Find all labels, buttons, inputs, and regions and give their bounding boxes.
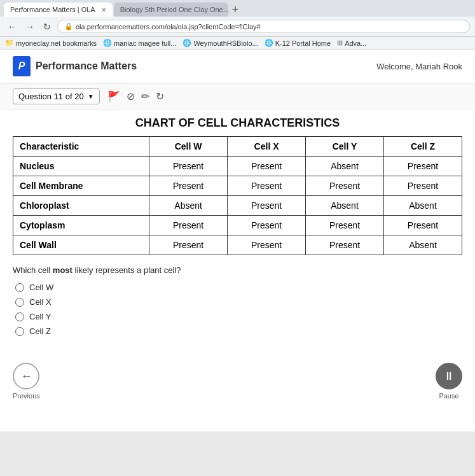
- active-tab[interactable]: Performance Matters | OLA ✕: [4, 3, 113, 17]
- value-cell: Present: [383, 216, 462, 235]
- table-header-row: Characteristic Cell W Cell X Cell Y Cell…: [13, 137, 462, 157]
- bookmark-label-4: K-12 Portal Home: [275, 39, 331, 47]
- bookmark-3[interactable]: 🌐 WeymouthHSBiolo...: [182, 39, 258, 47]
- tab-close-icon[interactable]: ✕: [101, 6, 106, 13]
- globe-icon-3: 🌐: [265, 39, 273, 47]
- value-cell: Absent: [306, 196, 384, 216]
- flag-icon[interactable]: 🚩: [107, 90, 120, 102]
- radio-button-c[interactable]: [15, 312, 24, 321]
- bookmark-5[interactable]: ⊞ Adva...: [337, 39, 366, 47]
- question-text: Which cell most likely represents a plan…: [13, 265, 462, 275]
- edit-icon[interactable]: ✏: [141, 90, 149, 102]
- question-bar: Question 11 of 20 ▼ 🚩 ⊘ ✏ ↻: [0, 83, 475, 110]
- value-cell: Present: [228, 216, 306, 235]
- refresh-icon[interactable]: ↻: [156, 90, 164, 102]
- app-header: P Performance Matters Welcome, Mariah Ro…: [0, 50, 475, 83]
- radio-button-d[interactable]: [15, 327, 24, 336]
- value-cell: Absent: [306, 157, 384, 176]
- welcome-message: Welcome, Mariah Rook: [376, 62, 462, 71]
- choice-label-d: Cell Z: [29, 326, 51, 336]
- bookmark-1[interactable]: 📁 myoneclay.net bookmarks: [5, 39, 97, 47]
- brand: P Performance Matters: [13, 56, 137, 76]
- nav-bar: ← → ↻ 🔒 ola.performancematters.com/ola/o…: [0, 17, 475, 37]
- value-cell: Present: [149, 157, 228, 176]
- value-cell: Present: [306, 216, 384, 235]
- reload-button[interactable]: ↻: [41, 20, 53, 33]
- globe-icon-1: 🌐: [103, 39, 112, 47]
- col-header-cell-w: Cell W: [149, 137, 228, 157]
- address-bar[interactable]: 🔒 ola.performancematters.com/ola/ola.jsp…: [57, 20, 470, 33]
- table-row: Cell MembranePresentPresentPresentPresen…: [13, 176, 462, 196]
- choice-label-b: Cell X: [29, 297, 52, 307]
- bookmark-2[interactable]: 🌐 maniac magee full...: [103, 39, 176, 47]
- value-cell: Present: [306, 235, 384, 255]
- characteristic-cell: Cell Membrane: [13, 176, 149, 196]
- bookmark-label-3: WeymouthHSBiolo...: [193, 39, 258, 47]
- value-cell: Present: [228, 157, 306, 176]
- answer-choice-a[interactable]: Cell W: [15, 283, 462, 292]
- forward-button[interactable]: →: [23, 20, 37, 33]
- value-cell: Present: [383, 176, 462, 196]
- previous-label: Previous: [13, 392, 40, 400]
- value-cell: Present: [149, 176, 228, 196]
- cancel-icon[interactable]: ⊘: [127, 90, 135, 102]
- page-content: P Performance Matters Welcome, Mariah Ro…: [0, 50, 475, 431]
- answer-choice-c[interactable]: Cell Y: [15, 312, 462, 321]
- previous-button[interactable]: ← Previous: [13, 363, 40, 400]
- question-text-bold: most: [53, 265, 72, 275]
- value-cell: Absent: [149, 196, 228, 216]
- choice-label-a: Cell W: [29, 283, 53, 292]
- grid-icon: ⊞: [337, 39, 343, 47]
- question-text-after: likely represents a plant cell?: [72, 265, 181, 275]
- value-cell: Present: [383, 157, 462, 176]
- value-cell: Present: [228, 196, 306, 216]
- browser-chrome: Performance Matters | OLA ✕ Biology 5th …: [0, 0, 475, 50]
- value-cell: Present: [306, 176, 384, 196]
- logo-letter: P: [18, 60, 25, 72]
- previous-circle: ←: [13, 363, 39, 389]
- characteristics-table: Characteristic Cell W Cell X Cell Y Cell…: [13, 136, 462, 255]
- tab-label-2: Biology 5th Period One Clay One...: [120, 6, 228, 13]
- folder-icon: 📁: [5, 39, 14, 47]
- brand-name: Performance Matters: [36, 60, 137, 72]
- bookmark-4[interactable]: 🌐 K-12 Portal Home: [265, 39, 331, 47]
- col-header-cell-x: Cell X: [228, 137, 306, 157]
- value-cell: Present: [228, 176, 306, 196]
- tab-label: Performance Matters | OLA: [10, 6, 95, 13]
- pause-button[interactable]: ⏸ Pause: [436, 363, 462, 400]
- question-selector[interactable]: Question 11 of 20 ▼: [13, 88, 100, 104]
- lock-icon: 🔒: [64, 22, 73, 31]
- bookmark-label-2: maniac magee full...: [114, 39, 176, 47]
- globe-icon-2: 🌐: [182, 39, 191, 47]
- toolbar-icons: 🚩 ⊘ ✏ ↻: [107, 90, 164, 102]
- tab-bar: Performance Matters | OLA ✕ Biology 5th …: [0, 0, 475, 17]
- characteristic-cell: Nucleus: [13, 157, 149, 176]
- question-number: Question 11 of 20: [18, 92, 84, 101]
- inactive-tab[interactable]: Biology 5th Period One Clay One... ✕: [114, 3, 228, 17]
- answer-choice-d[interactable]: Cell Z: [15, 326, 462, 336]
- value-cell: Absent: [383, 235, 462, 255]
- answer-choice-b[interactable]: Cell X: [15, 297, 462, 307]
- radio-button-b[interactable]: [15, 298, 24, 307]
- table-row: CytoplasmPresentPresentPresentPresent: [13, 216, 462, 235]
- table-row: NucleusPresentPresentAbsentPresent: [13, 157, 462, 176]
- characteristic-cell: Chloroplast: [13, 196, 149, 216]
- chart-title: CHART OF CELL CHARACTERISTICS: [13, 116, 462, 130]
- bookmarks-bar: 📁 myoneclay.net bookmarks 🌐 maniac magee…: [0, 37, 475, 50]
- table-row: Cell WallPresentPresentPresentAbsent: [13, 235, 462, 255]
- radio-button-a[interactable]: [15, 283, 24, 292]
- col-header-cell-z: Cell Z: [383, 137, 462, 157]
- value-cell: Present: [149, 216, 228, 235]
- value-cell: Absent: [383, 196, 462, 216]
- col-header-cell-y: Cell Y: [306, 137, 384, 157]
- back-button[interactable]: ←: [5, 20, 19, 33]
- brand-logo: P: [13, 56, 31, 76]
- value-cell: Present: [149, 235, 228, 255]
- choice-label-c: Cell Y: [29, 312, 51, 321]
- table-row: ChloroplastAbsentPresentAbsentAbsent: [13, 196, 462, 216]
- characteristic-cell: Cell Wall: [13, 235, 149, 255]
- bookmark-label-1: myoneclay.net bookmarks: [16, 39, 97, 47]
- pause-label: Pause: [439, 392, 458, 400]
- bottom-nav: ← Previous ⏸ Pause: [0, 355, 475, 407]
- new-tab-button[interactable]: +: [232, 3, 239, 17]
